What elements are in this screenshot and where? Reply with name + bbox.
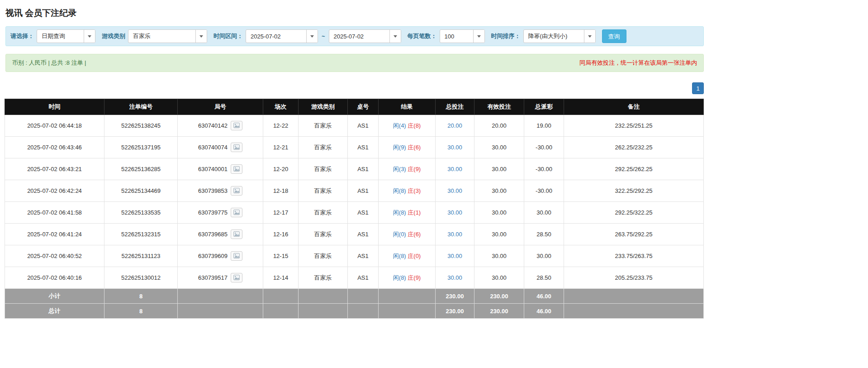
total-bet-cell: 30.00 xyxy=(436,267,474,289)
result-cell: 闲(8) 庄(3) xyxy=(379,180,436,202)
empty-cell xyxy=(263,289,299,304)
table-row: 2025-07-02 06:44:18522625138245630740142… xyxy=(5,115,704,137)
total-bet-link[interactable]: 30.00 xyxy=(447,253,462,259)
result-player: 闲(0) xyxy=(393,231,406,238)
page-button-1[interactable]: 1 xyxy=(692,82,704,94)
result-player: 闲(4) xyxy=(393,122,406,129)
result-banker: 庄(3) xyxy=(408,187,421,194)
result-player: 闲(8) xyxy=(393,253,406,259)
round-detail-button[interactable] xyxy=(231,208,242,217)
round-detail-button[interactable] xyxy=(231,273,242,282)
total-bet-cell: 30.00 xyxy=(436,180,474,202)
chevron-down-icon[interactable] xyxy=(306,30,318,43)
date-range-separator: ~ xyxy=(321,33,326,40)
empty-cell xyxy=(178,289,263,304)
total-bet-link[interactable]: 30.00 xyxy=(447,231,462,238)
session-cell: 12-16 xyxy=(263,224,299,245)
search-button[interactable]: 查询 xyxy=(602,29,626,43)
chevron-down-icon[interactable] xyxy=(584,30,595,43)
table-no-cell: AS1 xyxy=(348,137,379,158)
table-no-cell: AS1 xyxy=(348,224,379,245)
round-detail-button[interactable] xyxy=(231,186,242,196)
result-banker: 庄(9) xyxy=(408,274,421,281)
game-type-select[interactable]: 百家乐 xyxy=(128,29,207,43)
result-banker: 庄(6) xyxy=(408,144,421,151)
round-cell: 630740142 xyxy=(178,115,263,137)
round-cell: 630740001 xyxy=(178,158,263,180)
result-banker: 庄(1) xyxy=(408,209,421,216)
date-from-select[interactable]: 2025-07-02 xyxy=(246,29,318,43)
game-type-cell: 百家乐 xyxy=(299,137,348,158)
valid-bet-cell: 30.00 xyxy=(474,180,524,202)
session-cell: 12-22 xyxy=(263,115,299,137)
round-detail-button[interactable] xyxy=(231,164,242,174)
valid-bet-cell: 30.00 xyxy=(474,158,524,180)
game-type-cell: 百家乐 xyxy=(299,245,348,267)
query-type-select[interactable]: 日期查询 xyxy=(37,29,95,43)
session-cell: 12-17 xyxy=(263,202,299,224)
total-bet-cell: 30.00 xyxy=(436,202,474,224)
column-header: 有效投注 xyxy=(474,99,524,115)
total-count: 8 xyxy=(104,304,178,319)
game-type-value: 百家乐 xyxy=(128,30,195,43)
time-cell: 2025-07-02 06:43:46 xyxy=(5,137,104,158)
session-cell: 12-18 xyxy=(263,180,299,202)
table-row: 2025-07-02 06:41:24522625132315630739685… xyxy=(5,224,704,245)
round-id: 630740001 xyxy=(198,166,228,172)
result-banker: 庄(0) xyxy=(408,253,421,259)
result-player: 闲(9) xyxy=(393,144,406,151)
round-cell: 630739685 xyxy=(178,224,263,245)
total-bet-link[interactable]: 20.00 xyxy=(447,122,462,129)
round-cell: 630740074 xyxy=(178,137,263,158)
date-to-value: 2025-07-02 xyxy=(329,30,389,43)
bet-id-cell: 522625131123 xyxy=(104,245,178,267)
chevron-down-icon[interactable] xyxy=(473,30,484,43)
total-bet-link[interactable]: 30.00 xyxy=(447,187,462,194)
time-cell: 2025-07-02 06:40:16 xyxy=(5,267,104,289)
valid-bet-cell: 30.00 xyxy=(474,137,524,158)
table-row: 2025-07-02 06:40:52522625131123630739609… xyxy=(5,245,704,267)
total-bet-link[interactable]: 30.00 xyxy=(447,209,462,216)
sort-order-select[interactable]: 降幂(由大到小) xyxy=(523,29,596,43)
game-type-cell: 百家乐 xyxy=(299,202,348,224)
time-cell: 2025-07-02 06:44:18 xyxy=(5,115,104,137)
round-cell: 630739609 xyxy=(178,245,263,267)
time-cell: 2025-07-02 06:41:58 xyxy=(5,202,104,224)
table-row: 2025-07-02 06:41:58522625133535630739775… xyxy=(5,202,704,224)
page-size-select[interactable]: 100 xyxy=(440,29,485,43)
roadmap-icon xyxy=(233,123,240,128)
round-id: 630739775 xyxy=(198,209,228,216)
date-from-value: 2025-07-02 xyxy=(246,30,306,43)
empty-cell xyxy=(564,289,704,304)
round-detail-button[interactable] xyxy=(231,143,242,152)
result-player: 闲(8) xyxy=(393,209,406,216)
table-no-cell: AS1 xyxy=(348,202,379,224)
remark-cell: 322.25/292.25 xyxy=(564,180,704,202)
bet-id-cell: 522625130012 xyxy=(104,267,178,289)
game-type-cell: 百家乐 xyxy=(299,224,348,245)
result-cell: 闲(8) 庄(1) xyxy=(379,202,436,224)
empty-cell xyxy=(299,289,348,304)
date-to-select[interactable]: 2025-07-02 xyxy=(329,29,401,43)
total-label: 总计 xyxy=(5,304,104,319)
total-bet-link[interactable]: 30.00 xyxy=(447,166,462,172)
table-no-cell: AS1 xyxy=(348,115,379,137)
total-valid-bet: 230.00 xyxy=(474,304,524,319)
total-bet-link[interactable]: 30.00 xyxy=(447,144,462,151)
chevron-down-icon[interactable] xyxy=(84,30,95,43)
round-detail-button[interactable] xyxy=(231,229,242,239)
chevron-down-icon[interactable] xyxy=(389,30,401,43)
round-detail-button[interactable] xyxy=(231,121,242,130)
total-bet-link[interactable]: 30.00 xyxy=(447,274,462,281)
column-header: 桌号 xyxy=(348,99,379,115)
round-id: 630740142 xyxy=(198,122,228,129)
subtotal-row: 小计8230.00230.0046.00 xyxy=(5,289,704,304)
table-no-cell: AS1 xyxy=(348,267,379,289)
round-detail-button[interactable] xyxy=(231,251,242,261)
empty-cell xyxy=(348,304,379,319)
chevron-down-icon[interactable] xyxy=(195,30,207,43)
page-size-label: 每页笔数： xyxy=(408,32,437,40)
result-player: 闲(3) xyxy=(393,166,406,172)
payout-cell: 28.50 xyxy=(524,224,564,245)
remark-cell: 205.25/233.75 xyxy=(564,267,704,289)
